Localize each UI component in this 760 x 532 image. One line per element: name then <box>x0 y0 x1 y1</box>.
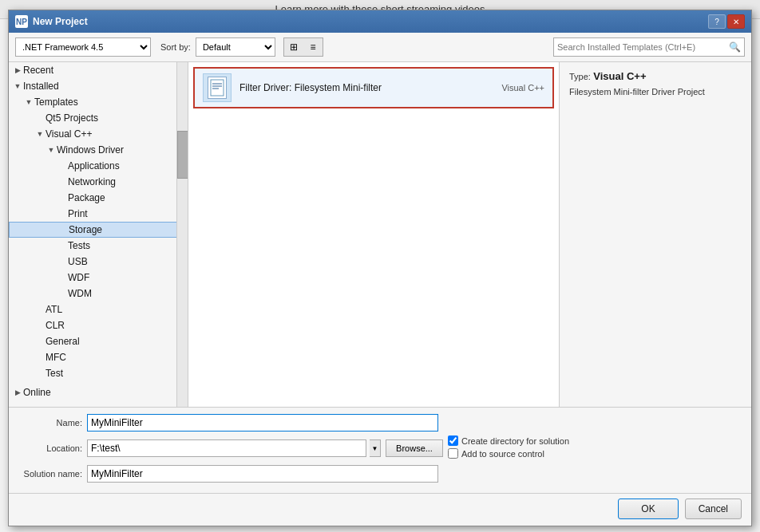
tree-item-vcpp[interactable]: ▼ Visual C++ <box>9 126 188 142</box>
tree-item-package[interactable]: Package <box>9 190 188 206</box>
templates-label: Templates <box>34 97 78 108</box>
sort-label: Sort by: <box>160 42 191 52</box>
package-label: Package <box>68 192 105 203</box>
toolbar: .NET Framework 4.5 Sort by: Default ⊞ ≡ … <box>9 33 751 62</box>
template-icon <box>203 73 232 102</box>
tree-item-atl[interactable]: ATL <box>9 301 188 317</box>
tree-item-qt5[interactable]: Qt5 Projects <box>9 110 188 126</box>
tree-item-wdf[interactable]: WDF <box>9 270 188 286</box>
add-source-control-label: Add to source control <box>461 449 544 459</box>
type-value: Visual C++ <box>593 70 646 82</box>
title-bar-left: NP New Project <box>15 15 88 28</box>
mfc-label: MFC <box>46 352 66 363</box>
main-panel: Filter Driver: Filesystem Mini-filter Vi… <box>188 62 560 407</box>
tree-item-installed[interactable]: ▼ Installed <box>9 78 188 94</box>
scroll-thumb[interactable] <box>177 131 188 179</box>
storage-label: Storage <box>69 224 102 235</box>
body-area: ▶ Recent ▼ Installed ▼ Templates <box>9 62 751 407</box>
location-dropdown[interactable]: ▼ <box>370 439 381 457</box>
dialog-wrapper: Learn more with these short streaming vi… <box>0 0 760 532</box>
browse-button[interactable]: Browse... <box>386 439 443 457</box>
title-bar-controls: ? ✕ <box>708 14 745 29</box>
atl-label: ATL <box>46 304 62 315</box>
button-row: OK Cancel <box>9 493 751 526</box>
general-label: General <box>46 336 80 347</box>
add-source-control-checkbox[interactable] <box>448 448 458 459</box>
template-icon-inner <box>208 77 227 99</box>
test-label: Test <box>46 368 63 379</box>
networking-label: Networking <box>68 176 116 187</box>
tree-item-tests[interactable]: Tests <box>9 238 188 254</box>
tree-item-usb[interactable]: USB <box>9 254 188 270</box>
wdm-label: WDM <box>68 288 92 299</box>
add-source-row: Add to source control <box>448 448 742 459</box>
new-project-dialog: NP New Project ? ✕ .NET Framework 4.5 So… <box>8 10 752 526</box>
tree-item-wdm[interactable]: WDM <box>9 286 188 301</box>
type-label: Type: <box>569 72 591 81</box>
tree-item-general[interactable]: General <box>9 333 188 349</box>
vcpp-arrow: ▼ <box>34 130 46 138</box>
framework-select[interactable]: .NET Framework 4.5 <box>15 37 151 57</box>
recent-label: Recent <box>23 65 53 76</box>
type-description: Filesystem Mini-filter Driver Project <box>569 85 742 99</box>
dialog-icon: NP <box>15 15 28 28</box>
online-label: Online <box>23 387 51 398</box>
windriver-label: Windows Driver <box>57 144 124 156</box>
search-input[interactable] <box>557 42 729 52</box>
tree-item-recent[interactable]: ▶ Recent <box>9 62 188 78</box>
name-label: Name: <box>18 418 82 428</box>
cancel-button[interactable]: Cancel <box>685 499 742 519</box>
solution-name-input[interactable] <box>87 465 438 483</box>
close-button[interactable]: ✕ <box>727 14 745 29</box>
vcpp-label: Visual C++ <box>46 128 92 140</box>
wdf-label: WDF <box>68 272 89 283</box>
tree-item-storage[interactable]: Storage <box>9 222 188 238</box>
recent-arrow: ▶ <box>12 66 23 74</box>
templates-arrow: ▼ <box>23 98 34 106</box>
name-input[interactable] <box>87 414 438 432</box>
usb-label: USB <box>68 256 88 267</box>
qt5-label: Qt5 Projects <box>46 112 98 124</box>
title-bar: NP New Project ? ✕ <box>9 10 751 33</box>
left-panel: ▶ Recent ▼ Installed ▼ Templates <box>9 62 188 407</box>
windriver-arrow: ▼ <box>46 146 57 154</box>
location-input[interactable] <box>87 439 366 457</box>
bottom-form: Name: Location: ▼ Browse... Cre <box>9 407 751 493</box>
location-row-inner: ▼ <box>87 439 381 457</box>
tree-item-test[interactable]: Test <box>9 365 188 381</box>
tree-item-online[interactable]: ▶ Online <box>9 384 188 400</box>
search-icon[interactable]: 🔍 <box>729 41 741 53</box>
tree-item-applications[interactable]: Applications <box>9 158 188 174</box>
right-panel: Type: Visual C++ Filesystem Mini-filter … <box>560 62 751 407</box>
tree-scrollbar[interactable] <box>176 62 188 407</box>
location-row: Location: ▼ Browse... Create directory f… <box>18 435 742 461</box>
online-arrow: ▶ <box>12 388 23 396</box>
grid-view-button[interactable]: ⊞ <box>284 38 303 56</box>
tree-item-windriver[interactable]: ▼ Windows Driver <box>9 142 188 158</box>
search-box: 🔍 <box>553 37 745 57</box>
clr-label: CLR <box>46 320 65 331</box>
print-label: Print <box>68 208 88 219</box>
tree-item-print[interactable]: Print <box>9 206 188 222</box>
applications-label: Applications <box>68 160 120 171</box>
template-name: Filter Driver: Filesystem Mini-filter <box>239 82 501 93</box>
ok-button[interactable]: OK <box>618 499 678 519</box>
sort-select[interactable]: Default <box>196 37 275 57</box>
help-button[interactable]: ? <box>708 14 726 29</box>
create-directory-checkbox[interactable] <box>448 435 458 446</box>
tests-label: Tests <box>68 240 90 251</box>
create-directory-label: Create directory for solution <box>461 436 569 446</box>
svg-rect-0 <box>211 80 224 96</box>
dialog-title: New Project <box>33 16 88 27</box>
tree-item-clr[interactable]: CLR <box>9 317 188 333</box>
tree-item-networking[interactable]: Networking <box>9 174 188 190</box>
dialog-content: .NET Framework 4.5 Sort by: Default ⊞ ≡ … <box>9 33 751 526</box>
spacer: Create directory for solution Add to sou… <box>448 435 742 461</box>
solution-name-label: Solution name: <box>18 469 82 479</box>
installed-arrow: ▼ <box>12 82 23 90</box>
tree-item-mfc[interactable]: MFC <box>9 349 188 365</box>
list-view-button[interactable]: ≡ <box>303 38 323 56</box>
tree-item-templates[interactable]: ▼ Templates <box>9 94 188 110</box>
name-row: Name: <box>18 414 742 432</box>
template-item-filter-driver[interactable]: Filter Driver: Filesystem Mini-filter Vi… <box>193 67 554 108</box>
